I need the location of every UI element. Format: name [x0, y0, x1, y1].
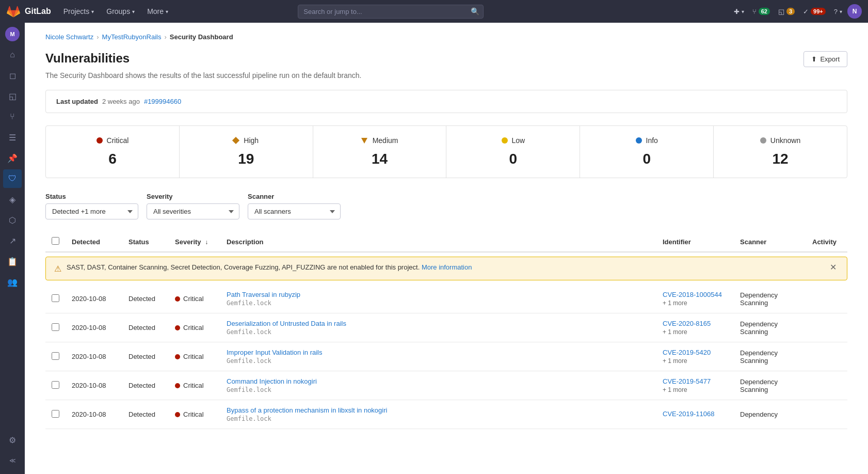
new-item-button[interactable]: ✚ ▾ [731, 6, 747, 18]
table-row: 2020-10-08 Detected Critical Deserializa… [45, 313, 847, 342]
scanner-filter-select[interactable]: All scanners SAST DAST Dependency Scanni… [248, 203, 341, 219]
sidebar-item-packages[interactable]: ⬡ [3, 211, 22, 229]
row3-checkbox-cell [45, 342, 66, 371]
row2-checkbox-cell [45, 313, 66, 342]
sidebar-item-analytics[interactable]: ↗ [3, 231, 22, 250]
brand-label: GitLab [25, 7, 51, 16]
sidebar-item-board[interactable]: ☰ [3, 128, 22, 147]
sidebar-item-mr[interactable]: ⑂ [3, 107, 22, 126]
sidebar-item-pinned[interactable]: 📌 [3, 149, 22, 167]
row2-identifier-link[interactable]: CVE-2020-8165 [663, 320, 728, 327]
medium-header: Medium [322, 136, 438, 145]
low-icon [502, 137, 508, 144]
table-row: 2020-10-08 Detected Critical Improper In… [45, 342, 847, 371]
row5-desc-title[interactable]: Bypass of a protection mechanism in libx… [227, 406, 650, 414]
row1-desc-title[interactable]: Path Traversal in rubyzip [227, 291, 650, 298]
info-count: 0 [588, 151, 705, 167]
severity-card-medium[interactable]: Medium 14 [313, 126, 447, 178]
nav-projects[interactable]: Projects ▾ [59, 7, 99, 15]
sidebar-item-members[interactable]: 👥 [3, 273, 22, 291]
severity-filter-label: Severity [147, 193, 239, 200]
header-severity[interactable]: Severity ↓ [169, 232, 220, 252]
row4-desc-file: Gemfile.lock [227, 386, 650, 393]
sidebar-item-home[interactable]: ⌂ [3, 45, 22, 64]
severity-cards: Critical 6 High 19 Medium 14 [45, 125, 847, 178]
issues-button[interactable]: ◱ 3 [775, 6, 798, 18]
todos-icon: ✓ [803, 8, 809, 15]
app-layout: M ⌂ ◻ ◱ ⑂ ☰ 📌 🛡 ◈ ⬡ ↗ 📋 👥 ⚙ ≪ Nicole Sch… [0, 23, 868, 474]
sidebar-expand-button[interactable]: ≪ [3, 451, 22, 470]
row5-checkbox[interactable] [52, 410, 59, 418]
help-button[interactable]: ? ▾ [831, 6, 845, 18]
merge-requests-icon: ⑂ [752, 8, 757, 15]
row3-desc-title[interactable]: Improper Input Validation in rails [227, 349, 650, 356]
row2-severity-dot [175, 325, 180, 330]
severity-card-info[interactable]: Info 0 [580, 126, 714, 178]
select-all-checkbox[interactable] [52, 237, 59, 245]
page-header: Vulnerabilities ⬆ Export [45, 51, 847, 67]
breadcrumb-sep-1: › [97, 33, 99, 41]
pipeline-link[interactable]: #199994660 [144, 98, 181, 105]
row2-checkbox[interactable] [52, 323, 59, 331]
sidebar-item-wiki[interactable]: 📋 [3, 252, 22, 271]
row5-checkbox-cell [45, 400, 66, 429]
filters-row: Status Detected +1 more All statuses Det… [45, 193, 847, 219]
row3-checkbox[interactable] [52, 352, 59, 360]
gitlab-brand[interactable]: GitLab [6, 4, 51, 19]
row3-identifier-link[interactable]: CVE-2019-5420 [663, 349, 728, 356]
row4-desc-title[interactable]: Command Injection in nokogiri [227, 377, 650, 385]
row5-identifier: CVE-2019-11068 [656, 400, 734, 429]
row1-description: Path Traversal in rubyzip Gemfile.lock [220, 285, 656, 313]
nav-more[interactable]: More ▾ [143, 7, 172, 15]
severity-card-unknown[interactable]: Unknown 12 [714, 126, 847, 178]
severity-card-critical[interactable]: Critical 6 [46, 126, 180, 178]
row1-checkbox[interactable] [52, 294, 59, 302]
severity-card-high[interactable]: High 19 [180, 126, 313, 178]
low-count: 0 [455, 151, 571, 167]
todos-button[interactable]: ✓ 99+ [800, 6, 829, 18]
row1-identifier-link[interactable]: CVE-2018-1000544 [663, 291, 728, 298]
row4-identifier-link[interactable]: CVE-2019-5477 [663, 377, 728, 385]
info-header: Info [588, 136, 705, 145]
row5-severity-badge: Critical [175, 410, 214, 418]
status-filter-select[interactable]: Detected +1 more All statuses Detected C… [45, 203, 138, 219]
row3-scanner: Dependency Scanning [734, 342, 806, 371]
sidebar-item-settings[interactable]: ⚙ [3, 431, 22, 449]
severity-sort-icon: ↓ [205, 239, 208, 246]
row1-severity: Critical [169, 285, 220, 313]
breadcrumb-user[interactable]: Nicole Schwartz [45, 33, 93, 41]
row4-checkbox[interactable] [52, 381, 59, 389]
row1-severity-badge: Critical [175, 295, 214, 303]
warning-more-info-link[interactable]: More information [422, 263, 472, 271]
warning-close-button[interactable]: ✕ [828, 263, 839, 272]
critical-icon [97, 137, 103, 144]
row4-activity [806, 371, 847, 400]
row5-identifier-link[interactable]: CVE-2019-11068 [663, 410, 728, 418]
header-checkbox [45, 232, 66, 252]
row5-severity: Critical [169, 400, 220, 429]
severity-filter-select[interactable]: All severities Critical High Medium Low … [147, 203, 239, 219]
sidebar-item-issues[interactable]: ◱ [3, 87, 22, 105]
row1-identifier-more: + 1 more [663, 299, 728, 307]
breadcrumb-project[interactable]: MyTestRubyonRails [102, 33, 162, 41]
sidebar-item-environments[interactable]: ◈ [3, 190, 22, 209]
merge-requests-button[interactable]: ⑂ 62 [749, 6, 773, 18]
user-avatar[interactable]: N [847, 4, 862, 19]
critical-count: 6 [54, 151, 171, 167]
export-button[interactable]: ⬆ Export [803, 51, 847, 67]
row5-status: Detected [122, 400, 169, 429]
breadcrumb-sep-2: › [164, 33, 166, 41]
nav-groups[interactable]: Groups ▾ [102, 7, 139, 15]
project-avatar[interactable]: M [5, 27, 20, 41]
warning-banner: ⚠ SAST, DAST, Container Scanning, Secret… [45, 257, 847, 280]
row3-status: Detected [122, 342, 169, 371]
search-icon[interactable]: 🔍 [471, 7, 479, 15]
search-input[interactable] [298, 5, 484, 19]
severity-card-low[interactable]: Low 0 [446, 126, 580, 178]
sidebar-item-activity[interactable]: ◻ [3, 66, 22, 85]
sidebar-item-security[interactable]: 🛡 [3, 169, 22, 188]
row4-severity-dot [175, 383, 180, 388]
groups-chevron-icon: ▾ [132, 9, 135, 14]
row2-desc-title[interactable]: Deserialization of Untrusted Data in rai… [227, 320, 650, 327]
row1-status: Detected [122, 285, 169, 313]
